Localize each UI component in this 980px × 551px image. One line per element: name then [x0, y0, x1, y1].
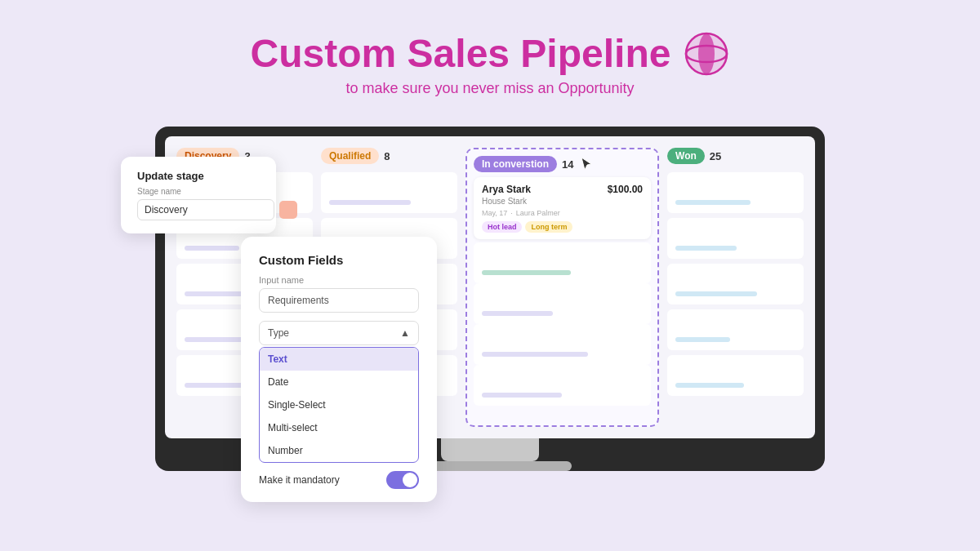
in-conversion-badge: In converstion — [474, 156, 557, 172]
opp-name: Arya Stark — [482, 184, 531, 195]
won-stage-header: Won 25 — [667, 148, 804, 164]
in-conversion-stage-header: In converstion 14 — [474, 156, 651, 172]
monitor-stand — [441, 438, 539, 461]
type-select[interactable]: Type ▲ — [259, 321, 419, 345]
input-name-field[interactable] — [259, 288, 419, 313]
cursor-icon — [580, 156, 593, 172]
in-conversion-card-3 — [474, 283, 651, 324]
qualified-card-1 — [321, 172, 457, 213]
update-stage-input-wrap — [137, 199, 260, 220]
in-conversion-card-2 — [474, 242, 651, 283]
won-card-3 — [667, 264, 804, 304]
pipeline-col-won: Won 25 — [667, 148, 804, 427]
dropdown-item-multi-select[interactable]: Multi-select — [260, 416, 418, 439]
dropdown-item-single-select[interactable]: Single-Select — [260, 393, 418, 416]
dropdown-item-text[interactable]: Text — [260, 348, 418, 371]
svg-point-1 — [698, 33, 715, 74]
title-text: Custom Sales Pipeline — [251, 33, 671, 76]
pipeline-col-in-conversion: In converstion 14 Arya Stark $100.00 Hou… — [466, 148, 659, 427]
logo-icon — [684, 31, 729, 77]
opp-date: May, 17 — [482, 209, 507, 217]
dropdown-item-number[interactable]: Number — [260, 439, 418, 462]
mandatory-row: Make it mandatory — [259, 471, 419, 489]
won-badge: Won — [667, 148, 705, 164]
tag-long-term: Long term — [525, 221, 572, 233]
mandatory-label: Make it mandatory — [259, 474, 340, 486]
tag-hot-lead: Hot lead — [482, 221, 523, 233]
opportunity-card[interactable]: Arya Stark $100.00 House Stark May, 17 ·… — [474, 177, 651, 239]
toggle-knob — [403, 473, 417, 487]
in-conversion-card-5 — [474, 365, 651, 406]
in-conversion-count: 14 — [562, 158, 573, 171]
main-heading: Custom Sales Pipeline — [0, 31, 980, 77]
update-stage-card: Update stage Stage name — [121, 157, 276, 233]
input-name-label: Input name — [259, 275, 419, 285]
opp-tags: Hot lead Long term — [482, 221, 643, 233]
chevron-up-icon: ▲ — [400, 327, 410, 339]
won-card-5 — [667, 355, 804, 396]
opp-assignee: Laura Palmer — [516, 209, 560, 217]
dropdown-item-date[interactable]: Date — [260, 371, 418, 393]
update-stage-label: Stage name — [137, 187, 260, 196]
opp-card-top: Arya Stark $100.00 — [482, 184, 643, 195]
custom-fields-card: Custom Fields Input name Type ▲ Text Dat… — [241, 237, 437, 502]
update-stage-color-picker[interactable] — [279, 201, 297, 219]
update-stage-input[interactable] — [137, 199, 274, 220]
in-conversion-card-4 — [474, 324, 651, 365]
qualified-badge: Qualified — [321, 148, 379, 164]
subtitle-text: to make sure you never miss an Opportuni… — [0, 80, 980, 97]
won-card-4 — [667, 309, 804, 350]
type-dropdown: Text Date Single-Select Multi-select Num… — [259, 347, 419, 463]
opp-amount: $100.00 — [608, 184, 643, 195]
won-card-2 — [667, 218, 804, 259]
opp-meta: May, 17 · Laura Palmer — [482, 209, 643, 217]
update-stage-title: Update stage — [137, 170, 260, 182]
qualified-count: 8 — [384, 150, 390, 162]
won-count: 25 — [710, 150, 721, 162]
opp-company: House Stark — [482, 197, 643, 206]
page-header: Custom Sales Pipeline to make sure you n… — [0, 0, 980, 105]
qualified-stage-header: Qualified 8 — [321, 148, 457, 164]
mandatory-toggle[interactable] — [386, 471, 419, 489]
type-select-label: Type — [268, 327, 289, 339]
custom-fields-title: Custom Fields — [259, 253, 419, 267]
won-card-1 — [667, 172, 804, 213]
